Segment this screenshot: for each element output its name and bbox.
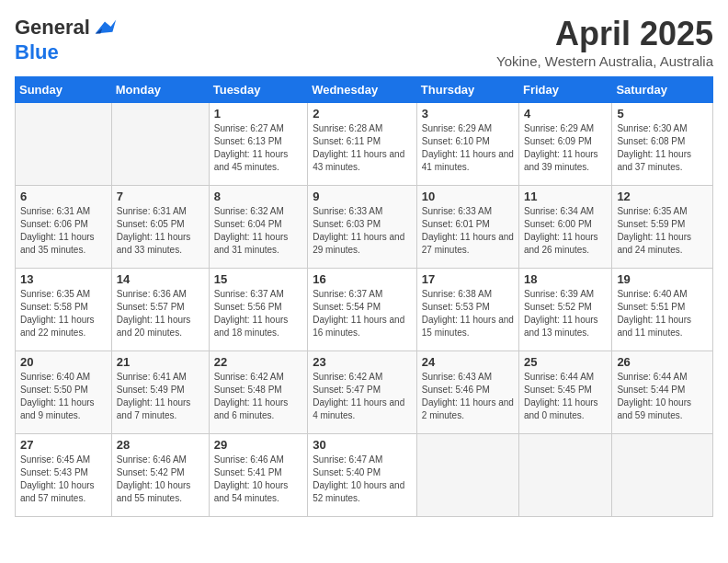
day-number: 28 [117, 438, 204, 452]
day-info: Sunrise: 6:33 AMSunset: 6:03 PMDaylight:… [313, 205, 412, 257]
day-number: 23 [313, 355, 412, 369]
calendar-cell: 12 Sunrise: 6:35 AMSunset: 5:59 PMDaylig… [612, 186, 713, 269]
calendar-cell: 28 Sunrise: 6:46 AMSunset: 5:42 PMDaylig… [111, 434, 209, 517]
day-number: 10 [422, 190, 514, 203]
week-row-1: 1 Sunrise: 6:27 AMSunset: 6:13 PMDayligh… [16, 103, 713, 186]
day-number: 26 [617, 355, 708, 369]
day-info: Sunrise: 6:29 AMSunset: 6:10 PMDaylight:… [422, 122, 514, 174]
day-number: 1 [214, 107, 302, 121]
day-number: 12 [617, 190, 708, 203]
day-info: Sunrise: 6:31 AMSunset: 6:06 PMDaylight:… [20, 205, 107, 257]
day-info: Sunrise: 6:37 AMSunset: 5:54 PMDaylight:… [313, 288, 412, 339]
day-number: 13 [20, 272, 107, 286]
day-number: 11 [524, 190, 607, 203]
calendar-cell: 8 Sunrise: 6:32 AMSunset: 6:04 PMDayligh… [209, 186, 307, 269]
day-number: 14 [117, 272, 204, 286]
day-number: 16 [313, 272, 412, 286]
calendar-table: SundayMondayTuesdayWednesdayThursdayFrid… [15, 76, 713, 517]
calendar-cell: 10 Sunrise: 6:33 AMSunset: 6:01 PMDaylig… [416, 186, 518, 269]
day-number: 3 [422, 107, 514, 121]
day-number: 15 [214, 272, 302, 286]
calendar-cell: 30 Sunrise: 6:47 AMSunset: 5:40 PMDaylig… [308, 434, 417, 517]
day-number: 8 [214, 190, 302, 203]
calendar-cell: 27 Sunrise: 6:45 AMSunset: 5:43 PMDaylig… [16, 434, 112, 517]
calendar-cell: 1 Sunrise: 6:27 AMSunset: 6:13 PMDayligh… [209, 103, 307, 186]
main-title: April 2025 [496, 15, 713, 53]
title-block: April 2025 Yokine, Western Australia, Au… [496, 15, 713, 69]
header-wednesday: Wednesday [308, 77, 417, 103]
day-number: 5 [617, 107, 708, 121]
calendar-cell: 23 Sunrise: 6:42 AMSunset: 5:47 PMDaylig… [308, 351, 417, 434]
day-info: Sunrise: 6:45 AMSunset: 5:43 PMDaylight:… [20, 454, 107, 505]
calendar-cell: 13 Sunrise: 6:35 AMSunset: 5:58 PMDaylig… [16, 269, 112, 351]
calendar-cell: 18 Sunrise: 6:39 AMSunset: 5:52 PMDaylig… [518, 269, 611, 351]
day-info: Sunrise: 6:35 AMSunset: 5:59 PMDaylight:… [617, 205, 708, 257]
day-number: 4 [524, 107, 607, 121]
day-info: Sunrise: 6:42 AMSunset: 5:47 PMDaylight:… [313, 371, 412, 422]
day-info: Sunrise: 6:39 AMSunset: 5:52 PMDaylight:… [524, 288, 607, 339]
day-number: 25 [524, 355, 607, 369]
week-row-4: 20 Sunrise: 6:40 AMSunset: 5:50 PMDaylig… [16, 351, 713, 434]
calendar-cell: 5 Sunrise: 6:30 AMSunset: 6:08 PMDayligh… [612, 103, 713, 186]
calendar-cell: 6 Sunrise: 6:31 AMSunset: 6:06 PMDayligh… [16, 186, 112, 269]
header-friday: Friday [518, 77, 611, 103]
logo-general-text: General [15, 16, 90, 40]
calendar-cell: 7 Sunrise: 6:31 AMSunset: 6:05 PMDayligh… [111, 186, 209, 269]
calendar-cell: 22 Sunrise: 6:42 AMSunset: 5:48 PMDaylig… [209, 351, 307, 434]
day-number: 24 [422, 355, 514, 369]
calendar-cell: 15 Sunrise: 6:37 AMSunset: 5:56 PMDaylig… [209, 269, 307, 351]
logo-blue-text: Blue [15, 40, 59, 64]
day-number: 18 [524, 272, 607, 286]
calendar-cell [111, 103, 209, 186]
day-info: Sunrise: 6:32 AMSunset: 6:04 PMDaylight:… [214, 205, 302, 257]
day-info: Sunrise: 6:42 AMSunset: 5:48 PMDaylight:… [214, 371, 302, 422]
calendar-cell: 17 Sunrise: 6:38 AMSunset: 5:53 PMDaylig… [416, 269, 518, 351]
day-info: Sunrise: 6:29 AMSunset: 6:09 PMDaylight:… [524, 122, 607, 174]
day-info: Sunrise: 6:46 AMSunset: 5:41 PMDaylight:… [214, 454, 302, 505]
calendar-cell [16, 103, 112, 186]
page-header: General Blue April 2025 Yokine, Western … [15, 15, 713, 69]
day-number: 7 [117, 190, 204, 203]
day-info: Sunrise: 6:33 AMSunset: 6:01 PMDaylight:… [422, 205, 514, 257]
calendar-cell: 3 Sunrise: 6:29 AMSunset: 6:10 PMDayligh… [416, 103, 518, 186]
day-number: 6 [20, 190, 107, 203]
day-info: Sunrise: 6:27 AMSunset: 6:13 PMDaylight:… [214, 122, 302, 174]
day-info: Sunrise: 6:37 AMSunset: 5:56 PMDaylight:… [214, 288, 302, 339]
logo: General Blue [15, 15, 118, 64]
calendar-cell: 9 Sunrise: 6:33 AMSunset: 6:03 PMDayligh… [308, 186, 417, 269]
day-info: Sunrise: 6:35 AMSunset: 5:58 PMDaylight:… [20, 288, 107, 339]
calendar-cell: 20 Sunrise: 6:40 AMSunset: 5:50 PMDaylig… [16, 351, 112, 434]
calendar-cell: 14 Sunrise: 6:36 AMSunset: 5:57 PMDaylig… [111, 269, 209, 351]
day-number: 9 [313, 190, 412, 203]
day-info: Sunrise: 6:28 AMSunset: 6:11 PMDaylight:… [313, 122, 412, 174]
header-tuesday: Tuesday [209, 77, 307, 103]
header-monday: Monday [111, 77, 209, 103]
header-row: SundayMondayTuesdayWednesdayThursdayFrid… [16, 77, 713, 103]
calendar-cell [416, 434, 518, 517]
calendar-cell: 11 Sunrise: 6:34 AMSunset: 6:00 PMDaylig… [518, 186, 611, 269]
day-number: 17 [422, 272, 514, 286]
calendar-cell: 24 Sunrise: 6:43 AMSunset: 5:46 PMDaylig… [416, 351, 518, 434]
calendar-cell: 21 Sunrise: 6:41 AMSunset: 5:49 PMDaylig… [111, 351, 209, 434]
header-saturday: Saturday [612, 77, 713, 103]
day-info: Sunrise: 6:30 AMSunset: 6:08 PMDaylight:… [617, 122, 708, 174]
day-number: 27 [20, 438, 107, 452]
week-row-3: 13 Sunrise: 6:35 AMSunset: 5:58 PMDaylig… [16, 269, 713, 351]
calendar-cell: 29 Sunrise: 6:46 AMSunset: 5:41 PMDaylig… [209, 434, 307, 517]
logo-bird-icon [92, 15, 118, 40]
day-number: 21 [117, 355, 204, 369]
day-info: Sunrise: 6:40 AMSunset: 5:51 PMDaylight:… [617, 288, 708, 339]
header-thursday: Thursday [416, 77, 518, 103]
header-sunday: Sunday [16, 77, 112, 103]
day-info: Sunrise: 6:44 AMSunset: 5:45 PMDaylight:… [524, 371, 607, 422]
day-number: 2 [313, 107, 412, 121]
week-row-2: 6 Sunrise: 6:31 AMSunset: 6:06 PMDayligh… [16, 186, 713, 269]
day-info: Sunrise: 6:47 AMSunset: 5:40 PMDaylight:… [313, 454, 412, 505]
calendar-cell: 26 Sunrise: 6:44 AMSunset: 5:44 PMDaylig… [612, 351, 713, 434]
calendar-cell [612, 434, 713, 517]
day-info: Sunrise: 6:31 AMSunset: 6:05 PMDaylight:… [117, 205, 204, 257]
day-info: Sunrise: 6:36 AMSunset: 5:57 PMDaylight:… [117, 288, 204, 339]
day-info: Sunrise: 6:38 AMSunset: 5:53 PMDaylight:… [422, 288, 514, 339]
calendar-cell: 4 Sunrise: 6:29 AMSunset: 6:09 PMDayligh… [518, 103, 611, 186]
calendar-cell: 16 Sunrise: 6:37 AMSunset: 5:54 PMDaylig… [308, 269, 417, 351]
